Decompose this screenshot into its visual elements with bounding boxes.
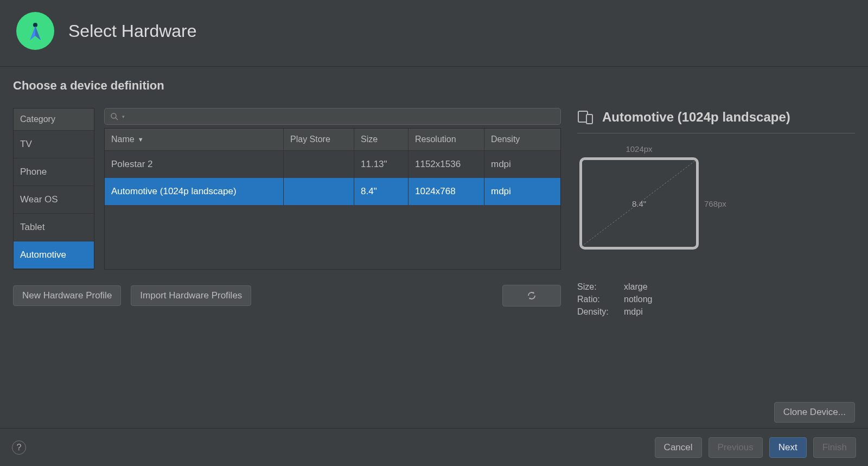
spec-label: Ratio: (577, 295, 620, 304)
cell-density: mdpi (484, 151, 560, 178)
spec-row-ratio: Ratio: notlong (577, 295, 855, 304)
cancel-button[interactable]: Cancel (655, 437, 702, 458)
diagram-width-label: 1024px (579, 144, 699, 154)
svg-point-1 (111, 113, 116, 118)
spec-row-density: Density: mdpi (577, 307, 855, 317)
col-header-playstore[interactable]: Play Store (284, 129, 354, 150)
table-row[interactable]: Automotive (1024p landscape) 8.4" 1024x7… (105, 178, 560, 205)
help-button[interactable]: ? (12, 441, 26, 455)
spec-row-size: Size: xlarge (577, 282, 855, 292)
import-hardware-profiles-button[interactable]: Import Hardware Profiles (131, 285, 251, 306)
device-diagram: 1024px 768px 8.4" (579, 157, 720, 266)
search-icon (110, 112, 119, 121)
preview-title: Automotive (1024p landscape) (602, 110, 790, 125)
spec-label: Size: (577, 282, 620, 292)
category-item-tablet[interactable]: Tablet (14, 214, 94, 241)
finish-button[interactable]: Finish (813, 437, 856, 458)
table-filler (105, 205, 560, 269)
cell-name: Automotive (1024p landscape) (105, 178, 284, 205)
section-title: Choose a device definition (13, 79, 855, 93)
diagram-height-label: 768px (704, 157, 726, 250)
category-item-automotive[interactable]: Automotive (14, 241, 94, 269)
category-item-phone[interactable]: Phone (14, 158, 94, 186)
diagram-diagonal-label: 8.4" (579, 157, 699, 250)
category-list: Category TV Phone Wear OS Tablet Automot… (13, 108, 94, 270)
clone-device-button[interactable]: Clone Device... (774, 402, 855, 423)
refresh-button[interactable] (502, 285, 561, 307)
col-header-size[interactable]: Size (354, 129, 409, 150)
category-item-wearos[interactable]: Wear OS (14, 186, 94, 214)
spec-value: xlarge (624, 282, 648, 292)
search-box[interactable]: ▾ (104, 108, 561, 125)
cell-resolution: 1024x768 (409, 178, 484, 205)
table-row[interactable]: Polestar 2 11.13" 1152x1536 mdpi (105, 151, 560, 178)
col-header-name[interactable]: Name ▼ (105, 129, 284, 150)
cell-name: Polestar 2 (105, 151, 284, 178)
spec-label: Density: (577, 307, 620, 317)
cell-size: 11.13" (354, 151, 409, 178)
dialog-footer: ? Cancel Previous Next Finish (0, 428, 868, 466)
dialog-header: Select Hardware (0, 0, 868, 67)
compass-icon (23, 18, 48, 43)
cell-size: 8.4" (354, 178, 409, 205)
col-header-resolution[interactable]: Resolution (409, 129, 484, 150)
search-input[interactable] (128, 112, 555, 121)
spec-value: mdpi (624, 307, 643, 317)
svg-line-2 (116, 118, 118, 120)
category-item-tv[interactable]: TV (14, 131, 94, 158)
cell-density: mdpi (484, 178, 560, 205)
category-header: Category (14, 108, 94, 131)
new-hardware-profile-button[interactable]: New Hardware Profile (13, 285, 121, 306)
svg-rect-4 (586, 114, 592, 124)
device-preview-panel: Automotive (1024p landscape) 1024px 768p… (577, 108, 855, 423)
help-icon: ? (17, 443, 22, 452)
device-table: Name ▼ Play Store Size Resolution Densit… (104, 128, 561, 270)
cell-playstore (284, 178, 354, 205)
profile-buttons-row: New Hardware Profile Import Hardware Pro… (13, 279, 561, 307)
refresh-icon (526, 290, 537, 301)
col-header-density[interactable]: Density (484, 129, 560, 150)
search-dropdown-icon[interactable]: ▾ (122, 114, 125, 119)
devices-icon (577, 109, 593, 125)
previous-button[interactable]: Previous (709, 437, 763, 458)
spec-block: Size: xlarge Ratio: notlong Density: mdp… (577, 282, 855, 317)
next-button[interactable]: Next (769, 437, 807, 458)
android-studio-logo (16, 12, 54, 50)
cell-playstore (284, 151, 354, 178)
content-area: Choose a device definition Category TV P… (0, 67, 868, 428)
spec-value: notlong (624, 295, 653, 304)
table-header-row: Name ▼ Play Store Size Resolution Densit… (105, 129, 560, 151)
cell-resolution: 1152x1536 (409, 151, 484, 178)
col-header-name-label: Name (111, 135, 135, 144)
sort-desc-icon: ▼ (138, 136, 144, 143)
page-title: Select Hardware (68, 21, 197, 41)
